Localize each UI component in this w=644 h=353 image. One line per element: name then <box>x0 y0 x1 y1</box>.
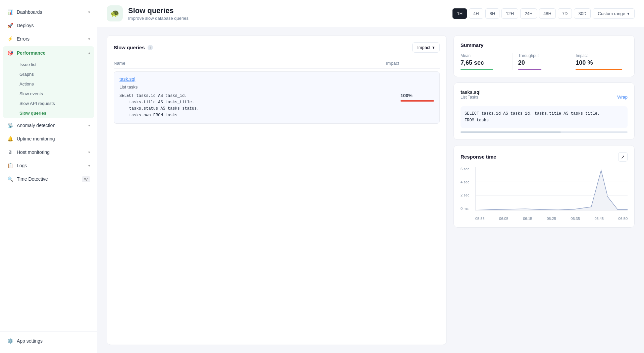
chevron-up-icon: ▴ <box>88 51 90 55</box>
summary-card: Summary Mean 7,65 sec Throughput 20 Impa… <box>453 35 635 77</box>
x-label-0615: 06:15 <box>523 217 532 221</box>
sort-chevron-icon: ▾ <box>432 45 435 50</box>
sidebar-label-deploys: Deploys <box>17 23 34 28</box>
sidebar-item-slow-events[interactable]: Slow events <box>19 89 94 99</box>
wrap-button[interactable]: Wrap <box>617 95 628 100</box>
sidebar-item-issue-list[interactable]: Issue list <box>19 60 94 69</box>
sidebar-item-errors[interactable]: ⚡ Errors ▾ <box>0 32 97 46</box>
metric-impact: Impact 100 % <box>570 53 628 70</box>
y-label-4sec: 4 sec <box>461 180 474 184</box>
time-btn-48h[interactable]: 48H <box>539 8 556 19</box>
detail-header-left: tasks.sql List Tasks <box>461 90 481 104</box>
header-left: 🐢 Slow queries Improve slow database que… <box>107 5 189 21</box>
chart-plot-area <box>475 167 628 211</box>
uptime-icon: 🔔 <box>7 135 13 142</box>
info-icon[interactable]: i <box>148 45 153 50</box>
left-panel: Slow queries i Impact ▾ Name Impact task… <box>107 35 447 345</box>
time-btn-4h[interactable]: 4H <box>469 8 483 19</box>
impact-label: Impact <box>576 53 622 58</box>
sidebar-item-slow-queries[interactable]: Slow queries <box>19 108 94 118</box>
performance-subnav: Issue list Graphs Actions Slow events Sl… <box>3 60 94 118</box>
sidebar-item-performance[interactable]: 🎯 Performance ▴ <box>3 46 94 60</box>
export-chart-button[interactable]: ↗ <box>618 152 628 162</box>
sidebar-label-logs: Logs <box>17 163 27 168</box>
sidebar-item-deploys[interactable]: 🚀 Deploys <box>0 19 97 32</box>
dashboards-icon: 📊 <box>7 9 13 15</box>
sidebar-item-uptime[interactable]: 🔔 Uptime monitoring <box>0 132 97 145</box>
dropdown-arrow-icon: ▾ <box>627 11 630 16</box>
sidebar-item-logs[interactable]: 📋 Logs ▾ <box>0 159 97 172</box>
performance-icon: 🎯 <box>7 50 13 56</box>
x-label-0625: 06:25 <box>547 217 556 221</box>
queries-table-header: Name Impact <box>114 58 440 69</box>
scrollbar-thumb <box>461 131 561 133</box>
y-label-2sec: 2 sec <box>461 193 474 197</box>
right-panel: Summary Mean 7,65 sec Throughput 20 Impa… <box>453 35 635 345</box>
custom-range-label: Custom range <box>598 11 625 16</box>
sidebar-label-errors: Errors <box>17 36 30 42</box>
time-btn-24h[interactable]: 24H <box>520 8 537 19</box>
timedetective-icon: 🔍 <box>7 176 13 182</box>
anomaly-icon: 📡 <box>7 122 13 129</box>
impact-bar <box>400 100 434 102</box>
custom-range-button[interactable]: Custom range ▾ <box>593 8 635 19</box>
detail-subtitle: List Tasks <box>461 95 481 100</box>
sidebar-item-app-settings[interactable]: ⚙️ App settings <box>0 334 97 348</box>
sidebar-item-dashboards[interactable]: 📊 Dashboards ▾ <box>0 5 97 19</box>
throughput-bar <box>518 69 541 70</box>
impact-value: 100 % <box>576 59 622 66</box>
queries-card-header: Slow queries i Impact ▾ <box>114 42 440 53</box>
query-sql-text: SELECT tasks.id AS tasks_id. tasks.title… <box>119 93 395 119</box>
sidebar-item-actions[interactable]: Actions <box>19 79 94 89</box>
time-btn-12h[interactable]: 12H <box>501 8 518 19</box>
export-icon: ↗ <box>621 154 625 160</box>
sidebar-label-timedetective: Time Detective <box>17 176 48 182</box>
summary-title: Summary <box>461 42 628 48</box>
query-file-link[interactable]: task.sql <box>119 76 135 82</box>
sidebar-item-anomaly[interactable]: 📡 Anomaly detection ▾ <box>0 119 97 132</box>
x-label-0635: 06:35 <box>571 217 580 221</box>
chart-title: Response time <box>461 154 496 160</box>
page-subtitle: Improve slow database queries <box>128 16 189 21</box>
grid-line-mid2 <box>476 195 628 196</box>
chevron-down-icon: ▾ <box>88 123 90 128</box>
detail-header: tasks.sql List Tasks Wrap <box>461 90 628 104</box>
settings-icon: ⚙️ <box>7 338 13 344</box>
sidebar-item-host[interactable]: 🖥 Host monitoring ▾ <box>0 145 97 159</box>
header-text: Slow queries Improve slow database queri… <box>128 6 189 21</box>
table-row: task.sql List tasks SELECT tasks.id AS t… <box>114 71 440 124</box>
time-btn-8h[interactable]: 8H <box>485 8 500 19</box>
metric-throughput: Throughput 20 <box>513 53 570 70</box>
sort-dropdown[interactable]: Impact ▾ <box>412 42 440 53</box>
mean-label: Mean <box>461 53 507 58</box>
sidebar-item-graphs[interactable]: Graphs <box>19 69 94 79</box>
grid-line-top <box>476 167 628 167</box>
throughput-label: Throughput <box>518 53 565 58</box>
time-btn-1h[interactable]: 1H <box>452 8 467 19</box>
impact-bar <box>576 69 622 70</box>
detail-title: tasks.sql <box>461 90 481 95</box>
sidebar-item-timedetective[interactable]: 🔍 Time Detective ⌘/ <box>0 172 97 186</box>
chart-svg <box>476 167 628 210</box>
page-title: Slow queries <box>128 6 189 15</box>
y-label-0ms: 0 ms <box>461 207 474 211</box>
time-btn-7d[interactable]: 7D <box>558 8 572 19</box>
col-header-impact: Impact <box>386 61 440 66</box>
chart-area: 6 sec 4 sec 2 sec 0 ms <box>461 167 628 221</box>
chart-x-labels: 05:55 06:05 06:15 06:25 06:35 06:45 06:5… <box>475 215 628 221</box>
sort-label: Impact <box>417 45 430 50</box>
sidebar-item-slow-api-requests[interactable]: Slow API requests <box>19 99 94 108</box>
summary-metrics: Mean 7,65 sec Throughput 20 Impact 100 % <box>461 53 628 70</box>
sidebar-label-anomaly: Anomaly detection <box>17 123 55 128</box>
deploys-icon: 🚀 <box>7 22 13 29</box>
col-header-name: Name <box>114 61 386 66</box>
chevron-down-icon: ▾ <box>88 10 90 14</box>
time-btn-30d[interactable]: 30D <box>574 8 591 19</box>
query-description: List tasks <box>119 84 434 90</box>
sidebar-label-uptime: Uptime monitoring <box>17 136 55 141</box>
host-icon: 🖥 <box>7 149 13 156</box>
x-label-0645: 06:45 <box>594 217 604 221</box>
query-impact-percent: 100% <box>400 93 413 98</box>
chart-y-labels: 6 sec 4 sec 2 sec 0 ms <box>461 167 474 211</box>
detail-scrollbar[interactable] <box>461 131 628 133</box>
